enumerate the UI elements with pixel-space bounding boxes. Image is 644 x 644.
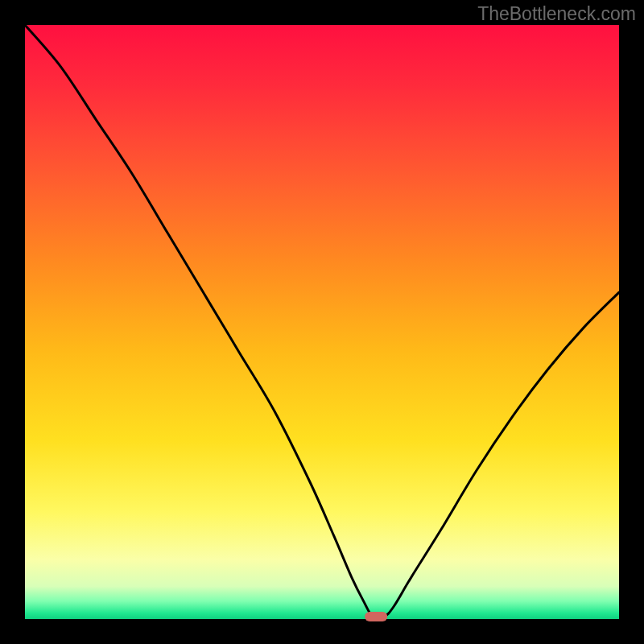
gradient-background [25, 25, 619, 619]
bottleneck-chart: TheBottleneck.com [0, 0, 644, 644]
minimum-marker [365, 612, 387, 621]
watermark-label: TheBottleneck.com [477, 3, 636, 25]
chart-svg [0, 0, 644, 644]
